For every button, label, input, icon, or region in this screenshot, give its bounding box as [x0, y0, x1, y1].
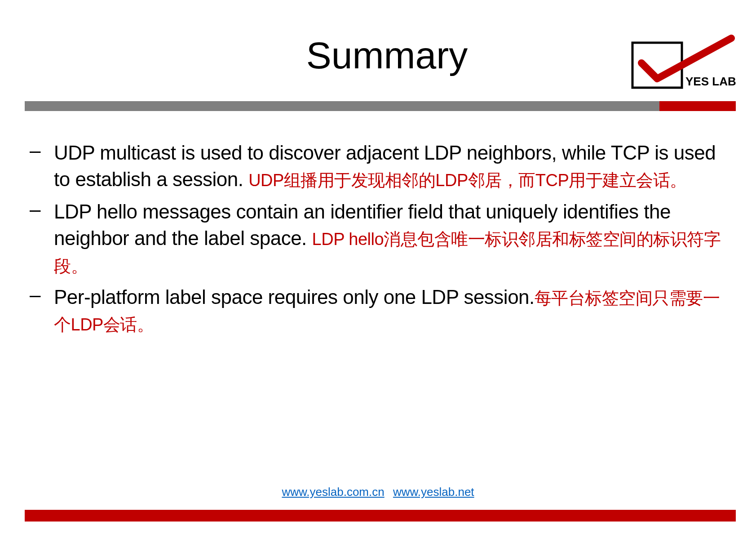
logo-text: YES LAB	[685, 75, 736, 88]
bullet-item: – LDP hello messages contain an identifi…	[27, 198, 729, 278]
footer-links: www.yeslab.com.cn www.yeslab.net	[0, 485, 756, 499]
yeslab-logo: YES LAB	[628, 34, 736, 92]
footer-bar	[25, 510, 736, 522]
bullet-en: Per-platform label space requires only o…	[54, 286, 535, 308]
bullet-text: LDP hello messages contain an identifier…	[54, 198, 729, 278]
footer-link-net[interactable]: www.yeslab.net	[393, 485, 474, 499]
bullet-item: – Per-platform label space requires only…	[27, 284, 729, 337]
bullet-dash-icon: –	[27, 284, 54, 337]
slide-title: Summary	[306, 34, 468, 77]
footer-link-cn[interactable]: www.yeslab.com.cn	[282, 485, 384, 499]
bullet-text: UDP multicast is used to discover adjace…	[54, 139, 729, 193]
header-divider-accent	[659, 101, 736, 111]
bullet-dash-icon: –	[27, 198, 54, 278]
header-divider	[25, 101, 736, 111]
bullet-zh: UDP组播用于发现相邻的LDP邻居，而TCP用于建立会话。	[248, 171, 687, 190]
bullet-dash-icon: –	[27, 139, 54, 193]
bullet-text: Per-platform label space requires only o…	[54, 284, 729, 337]
slide-content: – UDP multicast is used to discover adja…	[27, 139, 729, 343]
bullet-item: – UDP multicast is used to discover adja…	[27, 139, 729, 193]
